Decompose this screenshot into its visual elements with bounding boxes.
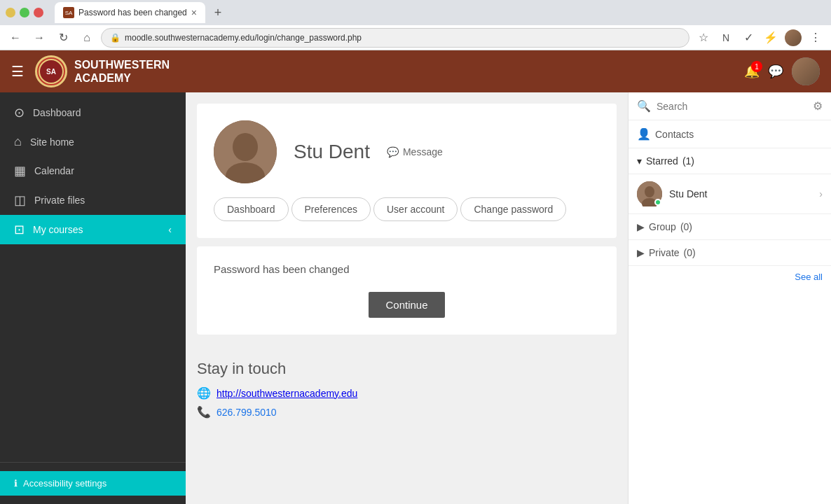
profile-avatar [214, 120, 277, 183]
bookmark-icon[interactable]: ☆ [694, 28, 713, 48]
group-arrow-icon: ▶ [637, 221, 645, 232]
accessibility-button[interactable]: ℹ Accessibility settings [0, 471, 186, 496]
continue-button[interactable]: Continue [369, 292, 444, 318]
group-count: (0) [680, 221, 692, 232]
group-section[interactable]: ▶ Group (0) [629, 214, 831, 240]
user-profile-icon[interactable] [783, 28, 803, 48]
contacts-button[interactable]: 👤 Contacts [629, 120, 831, 148]
maximize-button[interactable] [20, 8, 29, 18]
tab-preferences[interactable]: Preferences [291, 197, 371, 221]
browser-chrome: SA Password has been changed × + ← → ↻ ⌂… [0, 0, 831, 50]
extension-icon-2[interactable]: ✓ [739, 28, 758, 48]
website-contact: 🌐 http://southwesternacademy.edu [197, 386, 617, 400]
sidebar-item-my-courses[interactable]: ⊡ My courses ‹ [0, 215, 186, 244]
minimize-button[interactable] [6, 8, 15, 18]
contacts-icon: 👤 [637, 127, 651, 141]
profile-card: Stu Dent 💬 Message Dashboard Preferences… [197, 104, 617, 238]
logo-text: SOUTHWESTERN ACADEMY [74, 58, 170, 85]
address-bar[interactable]: 🔒 moodle.southwesternacademy.edu/login/c… [101, 28, 689, 48]
active-tab[interactable]: SA Password has been changed × [55, 2, 205, 23]
accessibility-icon: ℹ [14, 478, 18, 489]
stay-in-touch-title: Stay in touch [197, 360, 617, 378]
logo-area: SA SOUTHWESTERN ACADEMY [35, 55, 170, 88]
see-all-button[interactable]: See all [629, 266, 831, 288]
website-link[interactable]: http://southwesternacademy.edu [217, 388, 357, 399]
password-changed-message: Password has been changed [214, 263, 600, 275]
lock-icon: 🔒 [110, 33, 121, 43]
hamburger-menu[interactable]: ☰ [11, 63, 24, 80]
search-input[interactable] [657, 101, 807, 112]
sidebar-item-label: Dashboard [33, 107, 81, 118]
phone-icon: 📞 [197, 405, 211, 419]
tab-favicon: SA [63, 7, 74, 18]
starred-user-item[interactable]: Stu Dent › [629, 174, 831, 214]
sidebar-item-dashboard[interactable]: ⊙ Dashboard [0, 98, 186, 127]
message-card: Password has been changed Continue [197, 246, 617, 335]
browser-titlebar: SA Password has been changed × + [0, 0, 831, 25]
phone-contact: 📞 626.799.5010 [197, 405, 617, 419]
back-button[interactable]: ← [6, 28, 25, 48]
header-avatar [792, 57, 820, 85]
profile-name: Stu Dent [294, 141, 370, 162]
tab-bar: SA Password has been changed × + [49, 0, 233, 25]
browser-toolbar: ← → ↻ ⌂ 🔒 moodle.southwesternacademy.edu… [0, 25, 831, 50]
main-content: Stu Dent 💬 Message Dashboard Preferences… [186, 92, 628, 504]
dashboard-icon: ⊙ [14, 105, 25, 120]
user-messages-button[interactable]: 💬 [768, 64, 783, 79]
starred-label: Starred [646, 155, 678, 167]
new-tab-button[interactable]: + [208, 3, 228, 22]
private-label: Private [649, 247, 680, 258]
collapse-icon: ‹ [168, 224, 172, 235]
sidebar-item-label: Calendar [34, 165, 74, 176]
message-button[interactable]: 💬 Message [387, 146, 443, 158]
sidebar-item-label: Private files [34, 195, 85, 206]
chevron-right-icon: › [819, 188, 823, 200]
calendar-icon: ▦ [14, 163, 26, 178]
profile-tabs: Dashboard Preferences User account Chang… [214, 197, 600, 221]
app: ☰ SA SOUTHWESTERN ACADEMY 🔔 1 💬 [0, 50, 831, 504]
sidebar-item-label: My courses [33, 224, 83, 235]
search-box: 🔍 ⚙ [629, 92, 831, 120]
svg-text:SA: SA [46, 68, 56, 76]
home-button[interactable]: ⌂ [77, 28, 97, 48]
sidebar-item-calendar[interactable]: ▦ Calendar [0, 156, 186, 186]
private-arrow-icon: ▶ [637, 247, 645, 258]
private-count: (0) [684, 247, 696, 258]
tab-title: Password has been changed [78, 8, 187, 18]
right-sidebar: 🔍 ⚙ 👤 Contacts ▾ Starred (1) [628, 92, 831, 504]
sidebar-footer: ℹ Accessibility settings [0, 462, 186, 504]
tab-dashboard[interactable]: Dashboard [214, 197, 289, 221]
sidebar-nav: ⊙ Dashboard ⌂ Site home ▦ Calendar ◫ Pri… [0, 92, 186, 462]
forward-button[interactable]: → [29, 28, 49, 48]
user-avatar-button[interactable] [792, 57, 820, 85]
globe-icon: 🌐 [197, 386, 211, 400]
tab-user-account[interactable]: User account [373, 197, 458, 221]
close-button[interactable] [34, 8, 43, 18]
online-indicator [654, 199, 661, 206]
url-text: moodle.southwesternacademy.edu/login/cha… [125, 33, 362, 43]
sidebar-item-private-files[interactable]: ◫ Private files [0, 186, 186, 215]
starred-section-header[interactable]: ▾ Starred (1) [629, 148, 831, 174]
phone-text: 626.799.5010 [217, 407, 277, 418]
tab-change-password[interactable]: Change password [460, 197, 566, 221]
toolbar-actions: ☆ N ✓ ⚡ ⋮ [694, 28, 825, 48]
starred-user-avatar [637, 181, 662, 206]
message-icon: 💬 [387, 146, 399, 158]
sidebar-item-site-home[interactable]: ⌂ Site home [0, 127, 186, 156]
gear-icon[interactable]: ⚙ [813, 99, 823, 113]
contacts-label: Contacts [655, 129, 694, 140]
notification-button[interactable]: 🔔 1 [744, 64, 760, 79]
tab-close-icon[interactable]: × [191, 7, 197, 18]
starred-arrow-icon: ▾ [637, 155, 642, 167]
sidebar: ⊙ Dashboard ⌂ Site home ▦ Calendar ◫ Pri… [0, 92, 186, 504]
files-icon: ◫ [14, 192, 26, 208]
main-area: ⊙ Dashboard ⌂ Site home ▦ Calendar ◫ Pri… [0, 92, 831, 504]
extension-icon-1[interactable]: N [716, 28, 736, 48]
reload-button[interactable]: ↻ [53, 28, 73, 48]
header-right: 🔔 1 💬 [744, 57, 820, 85]
courses-icon: ⊡ [14, 222, 25, 237]
private-section[interactable]: ▶ Private (0) [629, 240, 831, 266]
extension-icon-3[interactable]: ⚡ [761, 28, 781, 48]
stay-in-touch: Stay in touch 🌐 http://southwesternacade… [197, 343, 617, 441]
menu-icon[interactable]: ⋮ [806, 28, 825, 48]
